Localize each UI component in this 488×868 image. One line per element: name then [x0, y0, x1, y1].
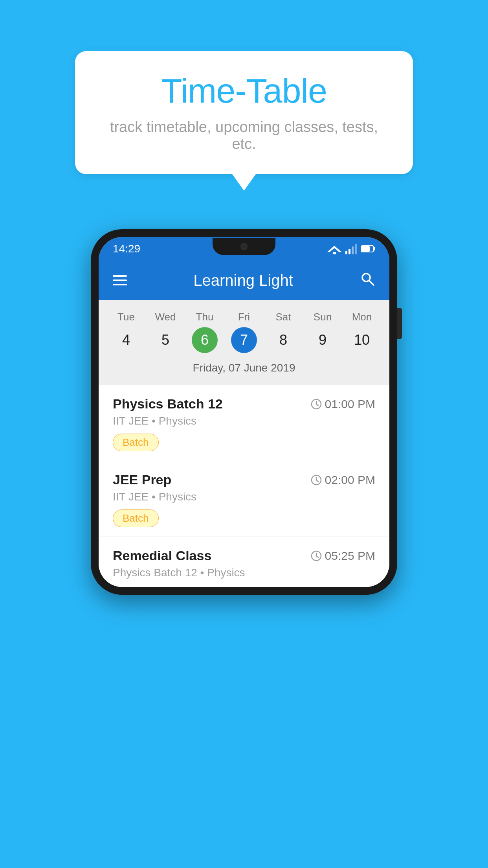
day-number-sun: 9	[310, 327, 336, 353]
day-label-sun: Sun	[314, 311, 332, 323]
day-number-wed: 5	[152, 327, 178, 353]
phone-container: 14:29	[91, 229, 397, 595]
schedule-item-3[interactable]: Remedial Class 05:25 PM Physics Batch 12…	[99, 537, 389, 587]
day-label-tue: Tue	[117, 311, 135, 323]
schedule-subtitle-1: IIT JEE • Physics	[113, 415, 375, 427]
svg-line-12	[369, 280, 374, 285]
batch-tag-1: Batch	[113, 434, 159, 451]
svg-line-18	[316, 480, 318, 482]
day-number-thu: 6	[192, 327, 218, 353]
svg-rect-8	[374, 247, 375, 250]
schedule-time-1: 01:00 PM	[311, 397, 375, 411]
svg-rect-4	[349, 249, 350, 254]
side-button	[397, 308, 402, 339]
svg-line-21	[316, 556, 318, 557]
app-bar: Learning Light	[99, 261, 389, 300]
status-time: 14:29	[113, 243, 140, 255]
svg-rect-5	[352, 246, 354, 254]
schedule-time-text-2: 02:00 PM	[325, 473, 375, 487]
day-number-mon: 10	[349, 327, 375, 353]
day-col-sun[interactable]: Sun 9	[305, 311, 340, 353]
day-col-mon[interactable]: Mon 10	[344, 311, 380, 353]
day-col-sat[interactable]: Sat 8	[266, 311, 301, 353]
day-label-fri: Fri	[238, 311, 250, 323]
schedule-time-2: 02:00 PM	[311, 473, 375, 487]
batch-tag-2: Batch	[113, 509, 159, 527]
clock-icon-3	[311, 550, 322, 561]
day-label-wed: Wed	[155, 311, 176, 323]
camera-dot	[240, 243, 248, 250]
day-number-tue: 4	[113, 327, 139, 353]
schedule-item-3-header: Remedial Class 05:25 PM	[113, 548, 375, 563]
day-label-sat: Sat	[275, 311, 291, 323]
speech-bubble-area: Time-Table track timetable, upcoming cla…	[0, 0, 488, 190]
clock-icon-1	[311, 399, 322, 410]
svg-rect-10	[362, 246, 370, 252]
svg-line-15	[316, 404, 318, 406]
svg-rect-6	[355, 244, 357, 254]
app-bar-title: Learning Light	[193, 272, 293, 289]
selected-date-label: Friday, 07 June 2019	[99, 356, 389, 381]
schedule-item-1-header: Physics Batch 12 01:00 PM	[113, 396, 375, 412]
schedule-item-1[interactable]: Physics Batch 12 01:00 PM IIT JEE • Phys…	[99, 385, 389, 461]
day-col-wed[interactable]: Wed 5	[148, 311, 183, 353]
day-number-sat: 8	[270, 327, 296, 353]
day-label-thu: Thu	[196, 311, 214, 323]
svg-rect-3	[345, 251, 347, 254]
phone-notch	[213, 238, 275, 255]
hamburger-menu-icon[interactable]	[113, 275, 127, 285]
svg-rect-2	[333, 252, 336, 254]
schedule-time-text-3: 05:25 PM	[325, 549, 375, 563]
schedule-subtitle-3: Physics Batch 12 • Physics	[113, 566, 375, 579]
speech-bubble-title: Time-Table	[99, 71, 389, 111]
battery-icon	[361, 245, 375, 253]
schedule-item-2-header: JEE Prep 02:00 PM	[113, 472, 375, 487]
schedule-title-1: Physics Batch 12	[113, 396, 223, 412]
schedule-subtitle-2: IIT JEE • Physics	[113, 491, 375, 503]
speech-bubble-subtitle: track timetable, upcoming classes, tests…	[99, 119, 389, 153]
signal-icon	[345, 243, 357, 254]
schedule-list: Physics Batch 12 01:00 PM IIT JEE • Phys…	[99, 385, 389, 587]
schedule-title-3: Remedial Class	[113, 548, 211, 563]
days-of-week: Tue 4 Wed 5 Thu 6 Fri 7	[99, 308, 389, 356]
schedule-time-3: 05:25 PM	[311, 549, 375, 563]
schedule-item-2[interactable]: JEE Prep 02:00 PM IIT JEE • Physics Batc…	[99, 461, 389, 537]
status-icons	[327, 243, 375, 254]
day-col-fri[interactable]: Fri 7	[226, 311, 262, 353]
day-col-tue[interactable]: Tue 4	[108, 311, 144, 353]
search-icon[interactable]	[360, 271, 375, 290]
day-label-mon: Mon	[352, 311, 372, 323]
phone-frame: 14:29	[91, 229, 397, 595]
day-number-fri: 7	[231, 327, 257, 353]
wifi-icon	[327, 243, 341, 254]
clock-icon-2	[311, 474, 322, 485]
speech-bubble: Time-Table track timetable, upcoming cla…	[75, 51, 413, 174]
schedule-title-2: JEE Prep	[113, 472, 171, 487]
calendar-section: Tue 4 Wed 5 Thu 6 Fri 7	[99, 300, 389, 385]
schedule-time-text-1: 01:00 PM	[325, 397, 375, 411]
day-col-thu[interactable]: Thu 6	[187, 311, 222, 353]
phone-screen: 14:29	[99, 237, 389, 587]
